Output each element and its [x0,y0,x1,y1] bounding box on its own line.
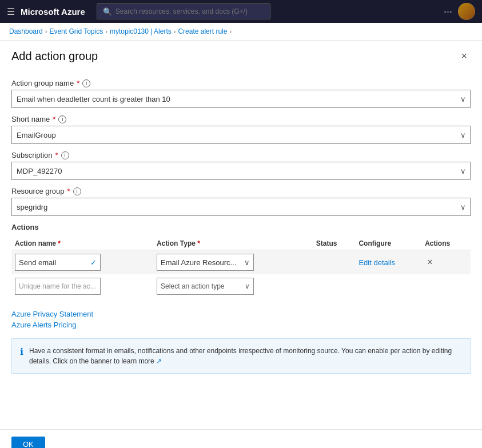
action-group-name-group: Action group name * i Email when deadlet… [11,79,471,108]
col-configure: Configure [355,237,421,250]
subscription-wrapper: MDP_492270 ∨ [11,162,471,180]
links-section: Azure Privacy Statement Azure Alerts Pri… [11,310,471,329]
edit-details-link[interactable]: Edit details [358,258,395,267]
breadcrumb: Dashboard › Event Grid Topics › mytopic0… [0,23,482,41]
table-header-row: Action name * Action Type * Status Confi… [11,237,471,250]
table-cell-status [313,250,356,275]
new-actions-cell [421,274,471,298]
breadcrumb-event-grid[interactable]: Event Grid Topics [49,27,103,35]
table-cell-action-type: Email Azure Resourc... ∨ [153,250,313,275]
info-banner-link[interactable]: ↗ [156,357,162,365]
action-name-placeholder: Unique name for the ac... [19,282,96,290]
hamburger-icon[interactable]: ☰ [7,6,15,17]
breadcrumb-sep-1: › [45,28,47,35]
short-name-label: Short name * i [11,115,471,123]
resource-group-label: Resource group * i [11,187,471,195]
subscription-select[interactable]: MDP_492270 [11,162,471,180]
info-banner: ℹ Have a consistent format in emails, no… [11,338,471,374]
new-action-row: Unique name for the ac... Select an acti… [11,274,471,298]
subscription-group: Subscription * i MDP_492270 ∨ [11,151,471,180]
search-bar[interactable]: 🔍 [97,3,271,19]
action-type-dropdown[interactable]: Email Azure Resourc... ∨ [157,254,254,271]
brand-name: Microsoft Azure [21,7,85,17]
main-content: Add action group × Action group name * i… [0,41,482,429]
breadcrumb-dashboard[interactable]: Dashboard [9,27,43,35]
action-group-name-label: Action group name * i [11,79,471,87]
table-row: Send email ✓ Email Azure Resourc... ∨ [11,250,471,275]
new-action-type-caret: ∨ [245,282,250,290]
col-actions: Actions [421,237,471,250]
new-action-type-cell: Select an action type ∨ [153,274,313,298]
new-action-name-cell: Unique name for the ac... [11,274,153,298]
short-name-group: Short name * i EmailGroup ∨ [11,115,471,144]
action-group-name-select[interactable]: Email when deadletter count is greater t… [11,90,471,108]
info-banner-icon: ℹ [20,346,23,357]
col-action-name: Action name * [11,237,153,250]
footer: OK [0,429,482,448]
info-icon-short-name[interactable]: i [58,115,66,123]
delete-row-button[interactable]: × [425,257,435,267]
info-icon-action-group[interactable]: i [82,79,90,87]
avatar-image [458,3,475,20]
required-star-short: * [53,115,55,123]
actions-table: Action name * Action Type * Status Confi… [11,237,471,298]
new-action-type-dropdown[interactable]: Select an action type ∨ [157,278,254,295]
subscription-label: Subscription * i [11,151,471,159]
ellipsis-menu[interactable]: ··· [444,6,452,18]
info-banner-text: Have a consistent format in emails, noti… [29,346,462,366]
breadcrumb-sep-4: › [229,28,232,35]
breadcrumb-create-alert[interactable]: Create alert rule [178,27,227,35]
ok-button[interactable]: OK [11,437,45,448]
privacy-link[interactable]: Azure Privacy Statement [11,310,471,318]
short-name-wrapper: EmailGroup ∨ [11,126,471,144]
search-input[interactable] [115,7,265,15]
close-button[interactable]: × [457,50,471,62]
required-star-rg: * [67,187,70,195]
breadcrumb-sep-3: › [174,28,176,35]
top-nav: ☰ Microsoft Azure 🔍 ··· [0,0,482,23]
col-status: Status [313,237,356,250]
info-icon-subscription[interactable]: i [61,151,69,159]
new-status-cell [313,274,356,298]
avatar[interactable] [458,3,475,20]
breadcrumb-alerts[interactable]: mytopic0130 | Alerts [110,27,172,35]
table-cell-delete: × [421,250,471,275]
breadcrumb-sep-2: › [105,28,107,35]
resource-group-wrapper: spegridrg ∨ [11,198,471,216]
action-name-dropdown[interactable]: Send email ✓ [15,254,101,271]
action-type-caret: ∨ [244,258,250,267]
check-icon: ✓ [90,258,97,267]
search-icon: 🔍 [103,7,112,16]
table-cell-action-name: Send email ✓ [11,250,153,275]
required-star-sub: * [55,151,58,159]
new-action-name-input[interactable]: Unique name for the ac... [15,278,101,295]
action-group-name-wrapper: Email when deadletter count is greater t… [11,90,471,108]
dialog-header: Add action group × [11,50,471,67]
col-action-type: Action Type * [153,237,313,250]
info-icon-resource-group[interactable]: i [73,187,81,195]
actions-section: Actions Action name * Action Type * Stat… [11,223,471,298]
resource-group-group: Resource group * i spegridrg ∨ [11,187,471,216]
table-cell-configure: Edit details [355,250,421,275]
pricing-link[interactable]: Azure Alerts Pricing [11,321,471,329]
required-star: * [77,79,79,87]
short-name-select[interactable]: EmailGroup [11,126,471,144]
dialog-title: Add action group [11,50,98,63]
new-configure-cell [355,274,421,298]
actions-section-title: Actions [11,223,471,231]
resource-group-select[interactable]: spegridrg [11,198,471,216]
